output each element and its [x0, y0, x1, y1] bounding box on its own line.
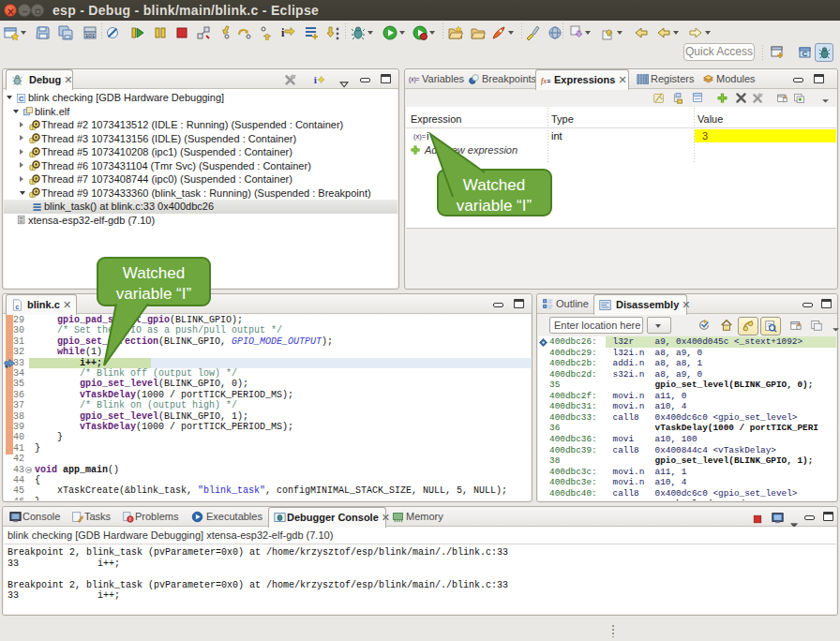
- svg-text:!: !: [129, 516, 131, 522]
- svg-text:=: =: [548, 78, 551, 84]
- svg-text:(x)=: (x)=: [409, 76, 420, 83]
- svg-text:(x)=: (x)=: [413, 132, 427, 141]
- svg-text:i: i: [314, 74, 317, 85]
- svg-text:C: C: [802, 50, 808, 58]
- svg-text:101: 101: [85, 33, 96, 38]
- svg-text:c: c: [15, 304, 19, 311]
- svg-text:C: C: [19, 95, 24, 103]
- svg-text:i: i: [281, 26, 285, 39]
- svg-text:fx: fx: [541, 77, 547, 85]
